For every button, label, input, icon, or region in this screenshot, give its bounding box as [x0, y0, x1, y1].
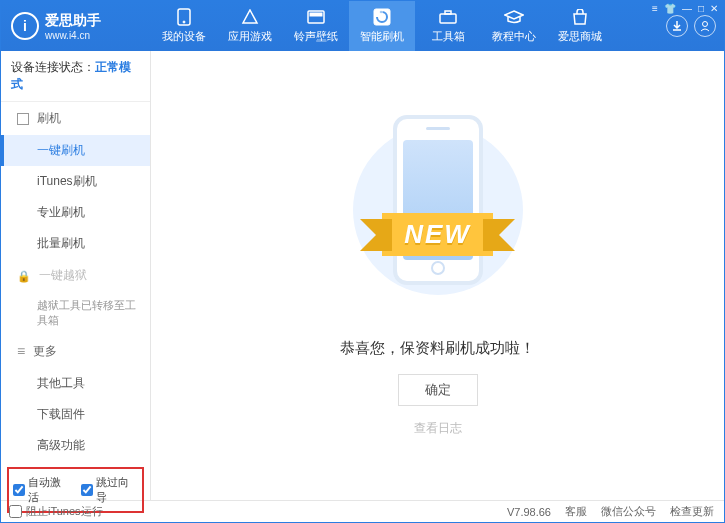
- jailbreak-moved-note: 越狱工具已转移至工具箱: [1, 292, 150, 335]
- download-icon[interactable]: [666, 15, 688, 37]
- nav-smart-flash[interactable]: 智能刷机: [349, 1, 415, 51]
- check-update-link[interactable]: 检查更新: [670, 504, 714, 519]
- toolbox-icon: [438, 8, 458, 26]
- view-log-link[interactable]: 查看日志: [414, 420, 462, 437]
- section-flash: 刷机 一键刷机 iTunes刷机 专业刷机 批量刷机: [1, 102, 150, 259]
- section-jailbreak-head: 一键越狱: [1, 259, 150, 292]
- phone-icon: [174, 8, 194, 26]
- bag-icon: [570, 8, 590, 26]
- nav-ringtone-wallpaper[interactable]: 铃声壁纸: [283, 1, 349, 51]
- nav-toolbox[interactable]: 工具箱: [415, 1, 481, 51]
- apps-icon: [240, 8, 260, 26]
- ok-button[interactable]: 确定: [398, 374, 478, 406]
- main-panel: NEW 恭喜您，保资料刷机成功啦！ 确定 查看日志: [151, 51, 724, 500]
- menu-icon[interactable]: ≡: [652, 3, 658, 14]
- user-icon[interactable]: [694, 15, 716, 37]
- svg-point-7: [703, 22, 708, 27]
- minimize-button[interactable]: —: [682, 3, 692, 14]
- brand: i 爱思助手 www.i4.cn: [1, 1, 151, 51]
- close-button[interactable]: ✕: [710, 3, 718, 14]
- brand-name: 爱思助手: [45, 12, 101, 30]
- version-label: V7.98.66: [507, 506, 551, 518]
- titlebar: i 爱思助手 www.i4.cn 我的设备 应用游戏 铃声壁纸 智能刷机: [1, 1, 724, 51]
- section-jailbreak: 一键越狱 越狱工具已转移至工具箱: [1, 259, 150, 335]
- sidebar-item-itunes-flash[interactable]: iTunes刷机: [1, 166, 150, 197]
- sidebar-item-other-tools[interactable]: 其他工具: [1, 368, 150, 399]
- refresh-icon: [372, 8, 392, 26]
- lock-icon: [17, 269, 31, 283]
- nav-tutorials[interactable]: 教程中心: [481, 1, 547, 51]
- nav-apps-games[interactable]: 应用游戏: [217, 1, 283, 51]
- checkbox-skip-guide[interactable]: 跳过向导: [81, 475, 139, 505]
- customer-service-link[interactable]: 客服: [565, 504, 587, 519]
- section-more-head[interactable]: 更多: [1, 335, 150, 368]
- section-more: 更多 其他工具 下载固件 高级功能: [1, 335, 150, 461]
- wechat-link[interactable]: 微信公众号: [601, 504, 656, 519]
- svg-rect-6: [445, 11, 451, 14]
- connection-status: 设备连接状态：正常模式: [1, 51, 150, 102]
- sidebar-item-download-firmware[interactable]: 下载固件: [1, 399, 150, 430]
- content-area: 设备连接状态：正常模式 刷机 一键刷机 iTunes刷机 专业刷机 批量刷机 一…: [1, 51, 724, 500]
- wallpaper-icon: [306, 8, 326, 26]
- sidebar: 设备连接状态：正常模式 刷机 一键刷机 iTunes刷机 专业刷机 批量刷机 一…: [1, 51, 151, 500]
- graduation-icon: [504, 8, 524, 26]
- more-section-icon: [17, 343, 25, 359]
- nav-my-device[interactable]: 我的设备: [151, 1, 217, 51]
- success-message: 恭喜您，保资料刷机成功啦！: [340, 339, 535, 358]
- brand-logo-icon: i: [11, 12, 39, 40]
- device-info: iPhone 12 mini 64GB Down-12mini-13,1: [1, 519, 150, 523]
- sidebar-item-pro-flash[interactable]: 专业刷机: [1, 197, 150, 228]
- brand-url: www.i4.cn: [45, 30, 101, 41]
- phone-illustration: NEW: [353, 115, 523, 325]
- maximize-button[interactable]: □: [698, 3, 704, 14]
- window-controls: ≡ 👕 — □ ✕: [652, 3, 718, 14]
- svg-point-1: [183, 21, 185, 23]
- svg-rect-5: [440, 14, 456, 23]
- svg-rect-3: [310, 13, 322, 16]
- sidebar-item-oneclick-flash[interactable]: 一键刷机: [1, 135, 150, 166]
- app-window: ≡ 👕 — □ ✕ i 爱思助手 www.i4.cn 我的设备 应用游戏 铃声: [0, 0, 725, 523]
- top-nav: 我的设备 应用游戏 铃声壁纸 智能刷机 工具箱 教程中心: [151, 1, 666, 51]
- nav-store[interactable]: 爱思商城: [547, 1, 613, 51]
- flash-section-icon: [17, 113, 29, 125]
- new-ribbon: NEW: [343, 210, 533, 260]
- section-flash-head[interactable]: 刷机: [1, 102, 150, 135]
- statusbar: 阻止iTunes运行 V7.98.66 客服 微信公众号 检查更新: [1, 500, 724, 522]
- sidebar-item-batch-flash[interactable]: 批量刷机: [1, 228, 150, 259]
- checkbox-block-itunes[interactable]: 阻止iTunes运行: [9, 504, 103, 519]
- skin-icon[interactable]: 👕: [664, 3, 676, 14]
- checkbox-auto-activate[interactable]: 自动激活: [13, 475, 71, 505]
- sidebar-item-advanced[interactable]: 高级功能: [1, 430, 150, 461]
